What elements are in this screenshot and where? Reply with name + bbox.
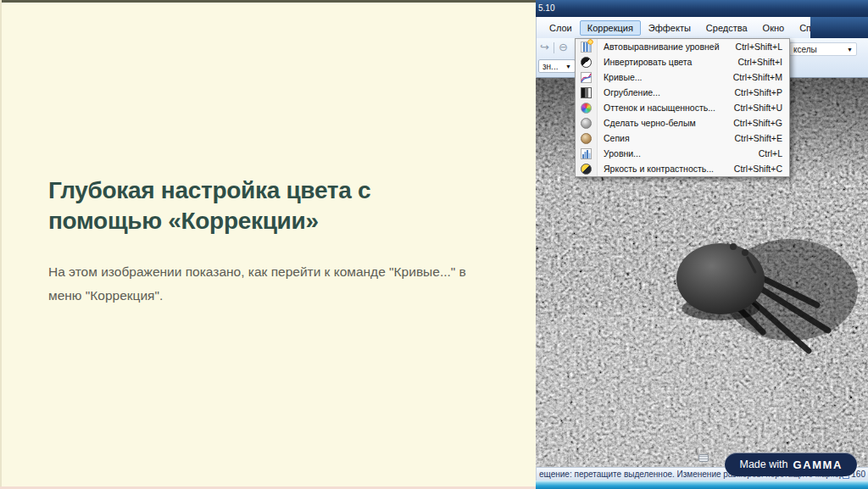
menu-item-brightness-contrast[interactable]: Яркость и контрастность... Ctrl+Shift+C — [576, 161, 789, 176]
menu-item-invert-colors[interactable]: Инвертировать цвета Ctrl+Shift+I — [576, 54, 789, 69]
slide-left-edge — [0, 0, 2, 489]
units-combobox[interactable]: кселы ▼ — [789, 42, 857, 56]
hue-saturation-icon — [581, 103, 592, 114]
menu-item-posterize[interactable]: Огрубление... Ctrl+Shift+P — [576, 85, 789, 100]
menu-item-levels[interactable]: Уровни... Ctrl+L — [576, 146, 789, 161]
window-titlebar[interactable]: 5.10 — [536, 0, 868, 17]
invert-colors-icon — [581, 57, 592, 68]
curves-icon — [581, 72, 592, 83]
toolbar-buttons: ↪ ⊖ — [540, 42, 568, 53]
toolbar-separator — [554, 42, 554, 53]
black-and-white-icon — [581, 118, 592, 129]
menubar-end-glass — [810, 17, 868, 38]
tool-combobox-value: зн... — [542, 62, 558, 71]
units-combobox-value: кселы — [793, 45, 817, 54]
redo-icon[interactable]: ↪ — [540, 42, 549, 53]
selection-handle[interactable] — [698, 454, 709, 462]
menu-item-hue-saturation[interactable]: Оттенок и насыщенность... Ctrl+Shift+U — [576, 100, 789, 115]
menu-item-black-and-white[interactable]: Сделать черно-белым Ctrl+Shift+G — [576, 115, 789, 131]
tool-combobox[interactable]: зн... ▼ — [538, 59, 576, 73]
badge-prefix: Made with — [739, 458, 787, 470]
posterize-icon — [581, 87, 592, 98]
menu-item-curves[interactable]: Кривые... Ctrl+Shift+M — [576, 69, 789, 85]
menu-item-auto-levels[interactable]: Автовыравнивание уровней Ctrl+Shift+L — [576, 39, 789, 54]
levels-icon — [581, 148, 592, 159]
gamma-logo: GAMMA — [793, 458, 843, 471]
made-with-gamma-badge[interactable]: Made with GAMMA — [725, 453, 857, 476]
menubar-item-utilities[interactable]: Средства — [698, 20, 755, 36]
menubar-item-layers[interactable]: Слои — [542, 20, 580, 36]
slide-description: На этом изображении показано, как перейт… — [48, 260, 481, 308]
adjustments-menu: Автовыравнивание уровней Ctrl+Shift+L Ин… — [575, 38, 790, 177]
sepia-icon — [581, 133, 592, 144]
slide: Глубокая настройка цвета с помощью «Корр… — [0, 0, 868, 489]
chevron-down-icon: ▼ — [847, 47, 853, 53]
zoom-out-icon[interactable]: ⊖ — [559, 42, 568, 53]
menubar-item-adjustments[interactable]: Коррекция — [580, 20, 641, 36]
menubar-item-window[interactable]: Окно — [755, 20, 793, 36]
menubar-item-effects[interactable]: Эффекты — [641, 20, 698, 36]
menu-bar: Слои Коррекция Эффекты Средства Окно Спр… — [536, 17, 868, 38]
slide-title: Глубокая настройка цвета с помощью «Корр… — [48, 175, 438, 237]
taskbar-strip[interactable] — [536, 481, 868, 489]
auto-levels-icon — [581, 42, 592, 53]
paint-net-window: 5.10 Слои Коррекция Эффекты Средства Окн… — [536, 0, 868, 489]
window-title: 5.10 — [538, 3, 554, 13]
brightness-contrast-icon — [581, 164, 592, 175]
menu-item-sepia[interactable]: Сепия Ctrl+Shift+E — [576, 131, 789, 146]
chevron-down-icon: ▼ — [565, 64, 571, 69]
slide-content: Глубокая настройка цвета с помощью «Корр… — [48, 175, 498, 308]
